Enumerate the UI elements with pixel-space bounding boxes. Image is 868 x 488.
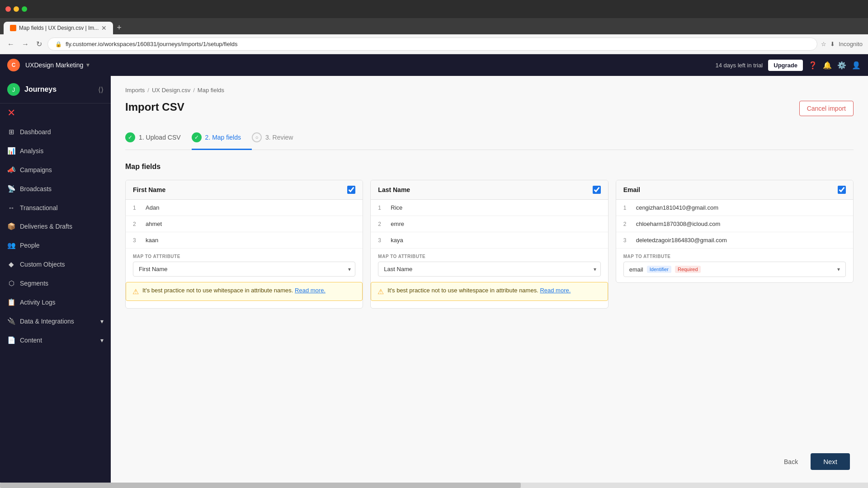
app-logo: C (7, 59, 20, 71)
forward-nav-button[interactable]: → (20, 38, 31, 50)
sidebar-label-broadcasts: Broadcasts (20, 185, 52, 192)
close-btn[interactable] (5, 6, 11, 12)
sidebar-item-data-integrations[interactable]: 🔌 Data & Integrations ▾ (0, 312, 111, 331)
upgrade-button[interactable]: Upgrade (768, 60, 803, 71)
email-row-2: 2 chloeharm1870308@icloud.com (616, 216, 853, 232)
lastname-checkbox[interactable] (593, 186, 601, 194)
bell-icon[interactable]: 🔔 (823, 61, 832, 70)
sidebar-header: J Journeys ⟨⟩ (0, 76, 111, 103)
email-select-display[interactable]: email Identifier Required ▾ (623, 262, 846, 277)
header-right: 14 days left in trial Upgrade ❓ 🔔 ⚙️ 👤 (715, 60, 861, 71)
tab-favicon (10, 25, 16, 31)
firstname-map-label: MAP TO ATTRIBUTE (133, 254, 355, 259)
bookmark-icon[interactable]: ☆ (821, 41, 826, 47)
transactional-icon: ↔ (7, 204, 15, 211)
lastname-warning-link[interactable]: Read more. (540, 287, 571, 294)
lastname-warning-icon: ⚠ (377, 287, 384, 296)
email-map-section: MAP TO ATTRIBUTE email Identifier Requir… (616, 249, 853, 277)
field-columns: First Name 1 Adan 2 ahmet 3 kaan MAP TO … (125, 180, 854, 309)
scrollbar-thumb[interactable] (0, 483, 521, 488)
data-integrations-icon: 🔌 (7, 317, 15, 325)
email-header-label: Email (623, 186, 640, 193)
activity-logs-icon: 📋 (7, 298, 15, 306)
step-3-label: 3. Review (265, 134, 293, 141)
back-nav-button[interactable]: ← (5, 38, 16, 50)
step-upload-csv[interactable]: ✓ 1. Upload CSV (125, 127, 192, 150)
workspace-dropdown-icon[interactable]: ▼ (85, 62, 90, 68)
firstname-warning: ⚠ It's best practice not to use whitespa… (126, 282, 363, 301)
help-icon[interactable]: ❓ (808, 61, 817, 70)
map-fields-title: Map fields (125, 163, 854, 171)
sidebar-label-custom-objects: Custom Objects (20, 261, 65, 268)
horizontal-scrollbar[interactable] (0, 483, 868, 488)
url-display: fly.customer.io/workspaces/160831/journe… (66, 41, 238, 47)
segments-icon: ⬡ (7, 279, 15, 287)
sidebar-logo: J (7, 83, 20, 96)
lastname-header: Last Name (371, 180, 608, 200)
sidebar-item-activity-logs[interactable]: 📋 Activity Logs (0, 293, 111, 312)
incognito-label: Incognito (839, 41, 863, 47)
firstname-warning-link[interactable]: Read more. (295, 287, 326, 294)
trial-text: 14 days left in trial (715, 62, 763, 69)
firstname-row-2: 2 ahmet (126, 216, 363, 232)
sidebar-label-analysis: Analysis (20, 147, 43, 155)
breadcrumb-imports[interactable]: Imports (125, 87, 145, 94)
tab-close-icon[interactable]: ✕ (101, 24, 107, 32)
new-tab-button[interactable]: + (113, 21, 125, 34)
breadcrumb-sep-1: / (147, 87, 149, 94)
sidebar-item-deliveries[interactable]: 📦 Deliveries & Drafts (0, 217, 111, 236)
firstname-checkbox[interactable] (347, 186, 355, 194)
download-icon[interactable]: ⬇ (830, 41, 835, 47)
field-column-email: Email 1 cengizhan1810410@gmail.com 2 chl… (616, 180, 854, 283)
sidebar-item-campaigns[interactable]: 📣 Campaigns (0, 160, 111, 179)
sidebar-collapse-icon[interactable]: ⟨⟩ (98, 85, 104, 94)
sidebar-item-dashboard[interactable]: ⊞ Dashboard (0, 122, 111, 141)
email-select-value: email (629, 266, 643, 273)
step-1-label: 1. Upload CSV (139, 134, 181, 141)
next-button[interactable]: Next (811, 453, 850, 470)
firstname-header: First Name (126, 180, 363, 200)
sidebar-label-transactional: Transactional (20, 204, 58, 211)
sidebar-item-transactional[interactable]: ↔ Transactional (0, 198, 111, 217)
sidebar-item-custom-objects[interactable]: ◆ Custom Objects (0, 255, 111, 274)
address-bar-row: ← → ↻ 🔒 fly.customer.io/workspaces/16083… (0, 34, 868, 54)
breadcrumb-file[interactable]: UX Design.csv (152, 87, 190, 94)
email-row-3: 3 deletedzagoir1864830@gmail.com (616, 232, 853, 249)
content-icon: 📄 (7, 336, 15, 344)
main-wrapper: J Journeys ⟨⟩ ✕ ⊞ Dashboard 📊 Analysis 📣… (0, 76, 868, 488)
firstname-header-label: First Name (133, 186, 165, 193)
step-map-fields[interactable]: ✓ 2. Map fields (192, 127, 252, 150)
data-integrations-chevron: ▾ (100, 318, 104, 325)
settings-icon[interactable]: ⚙️ (837, 61, 846, 70)
dashboard-icon: ⊞ (7, 128, 15, 136)
step-1-circle: ✓ (125, 132, 135, 142)
lastname-map-label: MAP TO ATTRIBUTE (378, 254, 600, 259)
reload-button[interactable]: ↻ (34, 38, 44, 50)
firstname-select[interactable]: First Name (133, 262, 355, 277)
active-tab[interactable]: Map fields | UX Design.csv | Im... ✕ (4, 22, 113, 34)
email-checkbox[interactable] (838, 186, 846, 194)
step-review[interactable]: ○ 3. Review (252, 127, 304, 150)
cancel-import-button[interactable]: Cancel import (799, 101, 854, 116)
lastname-row-2: 2 emre (371, 216, 608, 232)
tab-bar: Map fields | UX Design.csv | Im... ✕ + (0, 18, 868, 34)
minimize-btn[interactable] (14, 6, 19, 12)
back-button[interactable]: Back (777, 455, 805, 469)
close-workspace-icon[interactable]: ✕ (0, 103, 111, 122)
sidebar-item-content[interactable]: 📄 Content ▾ (0, 331, 111, 350)
address-bar[interactable]: 🔒 fly.customer.io/workspaces/160831/jour… (47, 38, 817, 51)
sidebar-label-content: Content (20, 337, 42, 344)
sidebar-item-broadcasts[interactable]: 📡 Broadcasts (0, 179, 111, 198)
sidebar-label-campaigns: Campaigns (20, 166, 52, 174)
page-title: Import CSV (125, 101, 184, 113)
lastname-select[interactable]: Last Name (378, 262, 600, 277)
user-icon[interactable]: 👤 (852, 61, 861, 70)
sidebar-item-segments[interactable]: ⬡ Segments (0, 274, 111, 293)
maximize-btn[interactable] (22, 6, 27, 12)
tab-title: Map fields | UX Design.csv | Im... (19, 25, 99, 31)
sidebar-item-people[interactable]: 👥 People (0, 236, 111, 255)
firstname-row-3: 3 kaan (126, 232, 363, 249)
browser-actions: ☆ ⬇ Incognito (821, 41, 863, 47)
sidebar-item-analysis[interactable]: 📊 Analysis (0, 141, 111, 160)
sidebar-label-deliveries: Deliveries & Drafts (20, 223, 72, 230)
